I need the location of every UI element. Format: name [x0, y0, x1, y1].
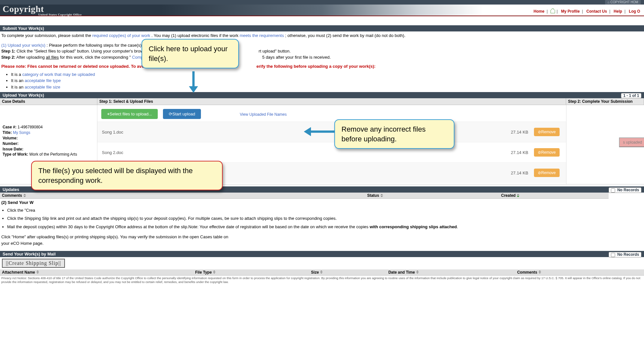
- updates-checkbox[interactable]: [611, 188, 615, 193]
- nav-help[interactable]: Help: [613, 9, 624, 14]
- callout-click-to-upload: Click here to upload your file(s).: [142, 39, 239, 68]
- sort-icon[interactable]: [320, 270, 323, 274]
- link-meets-requirements[interactable]: meets the requirements: [240, 33, 284, 38]
- start-upload-button[interactable]: ⟳Start upload: [163, 109, 201, 119]
- callout-selected-files: The file(s) you selected will be display…: [31, 161, 223, 190]
- nav-my-profile[interactable]: My Profile: [560, 9, 581, 14]
- sort-icon[interactable]: [36, 270, 39, 274]
- file-size: 27.14 KB: [503, 171, 532, 175]
- mail-checkbox[interactable]: [611, 253, 615, 257]
- sort-icon[interactable]: [517, 194, 519, 197]
- link-case-title[interactable]: My Songs: [12, 130, 30, 135]
- no-records-mail: No Records: [609, 252, 641, 257]
- col-case-details: Case Details: [0, 98, 97, 105]
- callout-remove-incorrect: Remove any incorrect files before upload…: [334, 119, 454, 149]
- plus-icon: +: [107, 112, 110, 116]
- cancel-icon: ⊘: [538, 171, 541, 175]
- file-row: Song 2.doc27.14 KB⊘Remove: [97, 142, 566, 162]
- link-required-copies[interactable]: required copy(ies) of your work: [92, 33, 150, 38]
- mail-header-row: Attachment Name File Type Size Date and …: [0, 269, 644, 276]
- nav-logout[interactable]: Log O: [627, 9, 641, 14]
- logo: Copyright United States Copyright Office: [3, 4, 82, 16]
- create-shipping-slip-button[interactable]: ||Create Shipping Slip||: [2, 259, 65, 268]
- sort-icon[interactable]: [213, 270, 216, 274]
- link-upload-your-works[interactable]: Upload your work(s): [8, 43, 45, 48]
- remove-file-button[interactable]: ⊘Remove: [534, 169, 560, 177]
- no-records-updates: No Records: [609, 187, 641, 193]
- sort-icon[interactable]: [23, 194, 26, 197]
- link-category-of-work[interactable]: category of work that may be uploaded: [22, 72, 95, 77]
- top-status-bar: ⌂ COPYRIGHT HOM: [0, 0, 644, 5]
- file-name: Song 2.doc: [102, 150, 503, 155]
- uploaded-badge: s uploaded: [619, 137, 644, 147]
- cancel-icon: ⊘: [538, 150, 541, 155]
- link-acceptable-file-size[interactable]: acceptable file size: [25, 85, 60, 89]
- top-nav: Home| | My Profile| Contact Us| Help| Lo…: [532, 9, 641, 14]
- section-send-mail: Send Your Work(s) by Mail No Records: [0, 251, 644, 257]
- intro-text: To complete your submission, please subm…: [0, 31, 644, 90]
- privacy-notice: Privacy Act Notice: Sections 408-410 of …: [0, 276, 644, 285]
- upload-column-headers: Case Details Step 1: Select & Upload Fil…: [0, 98, 644, 105]
- page-header: Copyright United States Copyright Office…: [0, 5, 644, 16]
- remove-file-button[interactable]: ⊘Remove: [534, 128, 560, 136]
- logo-text: Copyright: [3, 4, 44, 14]
- link-view-uploaded[interactable]: View Uploaded File Names: [240, 112, 287, 117]
- arrow-left-icon: [301, 125, 337, 138]
- record-count: 1 - 1 of 1: [621, 93, 641, 98]
- upload-icon: ⟳: [169, 112, 172, 116]
- link-acceptable-file-type[interactable]: acceptable file type: [25, 78, 61, 83]
- section-upload: Upload Your Work(s) 1 - 1 of 1: [0, 92, 644, 98]
- updates-header-row: Comments Status Created: [0, 193, 609, 199]
- section-submit: Submit Your Work(s): [0, 25, 644, 31]
- copyright-home-badge[interactable]: ⌂ COPYRIGHT HOM: [605, 0, 641, 5]
- nav-home[interactable]: Home: [532, 9, 546, 14]
- step2-panel: s uploaded: [566, 105, 644, 184]
- logo-subtitle: United States Copyright Office: [38, 13, 82, 16]
- col-step2: Step 2: Complete Your Submission: [566, 98, 644, 105]
- file-size: 27.14 KB: [503, 150, 532, 155]
- arrow-down-icon: [187, 71, 200, 94]
- nav-contact-us[interactable]: Contact Us: [585, 9, 608, 14]
- col-step1: Step 1: Select & Upload Files: [97, 98, 566, 105]
- cart-icon[interactable]: [551, 10, 555, 13]
- remove-file-button[interactable]: ⊘Remove: [534, 148, 560, 157]
- select-files-button[interactable]: +Select files to upload...: [101, 109, 158, 119]
- cancel-icon: ⊘: [538, 130, 541, 134]
- file-size: 27.14 KB: [503, 130, 532, 135]
- sort-icon[interactable]: [539, 270, 541, 274]
- send-work-instructions: (2) Send Your W Click the "Crea Click th…: [0, 199, 644, 249]
- sort-icon[interactable]: [416, 270, 419, 274]
- sort-icon[interactable]: [380, 194, 383, 197]
